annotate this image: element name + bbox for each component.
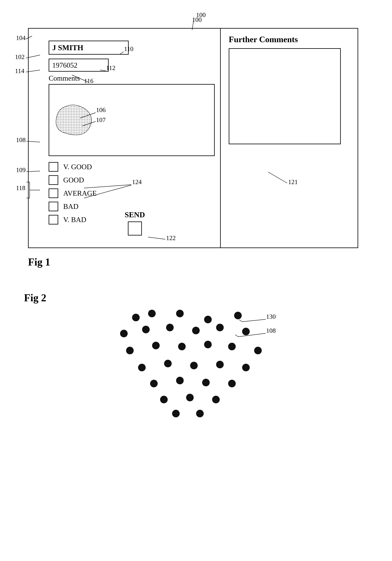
dot-8 <box>192 327 200 334</box>
label-bad: BAD <box>63 202 78 211</box>
checkbox-bad[interactable] <box>49 202 58 211</box>
dot-26 <box>160 396 168 403</box>
ref-100: 100 <box>192 16 202 23</box>
rating-row-vgood: V. GOOD <box>49 162 212 172</box>
dot-28 <box>212 396 220 403</box>
svg-line-37 <box>235 335 238 337</box>
dot-2 <box>176 310 184 317</box>
name-field[interactable]: J SMITH <box>49 41 129 55</box>
send-area: SEND <box>125 210 145 236</box>
dot-5 <box>120 330 128 337</box>
dot-0 <box>132 314 140 321</box>
dot-9 <box>216 324 224 331</box>
dot-11 <box>126 347 134 354</box>
dot-4 <box>234 312 242 319</box>
svg-text:108: 108 <box>16 136 26 143</box>
dot-3 <box>204 316 212 323</box>
dot-7 <box>166 324 174 331</box>
name-value: J SMITH <box>52 43 83 52</box>
svg-line-33 <box>242 319 266 322</box>
main-box: J SMITH 1976052 Comments <box>28 28 358 248</box>
page-container: 100 J SMITH 1976052 Comments <box>0 0 392 561</box>
right-panel: Further Comments <box>221 29 358 248</box>
further-comments-box[interactable] <box>229 48 341 144</box>
dot-6 <box>142 326 150 333</box>
dot-27 <box>186 394 194 401</box>
rating-row-good: GOOD <box>49 175 212 185</box>
svg-line-36 <box>238 333 266 337</box>
fig2-label: Fig 2 <box>24 292 380 304</box>
label-vgood: V. GOOD <box>63 163 92 171</box>
fig1-label: Fig 1 <box>28 256 358 268</box>
svg-text:114: 114 <box>15 67 24 75</box>
label-vbad: V. BAD <box>63 216 86 224</box>
send-label: SEND <box>125 210 145 219</box>
svg-text:130: 130 <box>266 313 276 320</box>
dot-14 <box>204 341 212 348</box>
dot-16 <box>254 347 262 354</box>
svg-text:102: 102 <box>15 53 25 60</box>
label-good: GOOD <box>63 176 84 184</box>
dot-21 <box>242 364 250 371</box>
fig1-wrapper: 100 J SMITH 1976052 Comments <box>28 28 358 268</box>
svg-text:104: 104 <box>16 34 26 41</box>
dot-23 <box>176 377 184 384</box>
dot-17 <box>138 364 146 371</box>
dot-1 <box>148 310 156 317</box>
further-comments-title: Further Comments <box>229 35 349 44</box>
dot-19 <box>190 362 198 369</box>
label-average: AVERAGE <box>63 189 97 197</box>
dot-10 <box>242 328 250 335</box>
dots-area: 130 108 <box>64 308 304 428</box>
id-value: 1976052 <box>52 61 77 69</box>
fingerprint-blob <box>53 101 97 139</box>
dot-24 <box>202 379 210 386</box>
checkbox-vbad[interactable] <box>49 215 58 225</box>
image-box <box>49 84 215 156</box>
dot-18 <box>164 360 172 367</box>
left-panel: J SMITH 1976052 Comments <box>29 29 221 248</box>
checkbox-vgood[interactable] <box>49 162 58 172</box>
rating-row-bad: BAD <box>49 202 212 211</box>
dot-12 <box>152 342 160 349</box>
dot-30 <box>196 410 204 417</box>
dot-22 <box>150 380 158 387</box>
svg-line-34 <box>239 320 242 322</box>
rating-row-average: AVERAGE <box>49 188 212 198</box>
fig2-annotations-svg: 130 108 <box>64 308 304 428</box>
svg-text:108: 108 <box>266 327 276 334</box>
checkbox-good[interactable] <box>49 175 58 185</box>
dot-13 <box>178 343 186 350</box>
comments-label: Comments <box>49 74 212 82</box>
svg-text:109: 109 <box>16 166 26 173</box>
dot-15 <box>228 343 236 350</box>
dot-20 <box>216 361 224 368</box>
fig2-wrapper: Fig 2 130 108 <box>24 292 380 428</box>
checkbox-average[interactable] <box>49 188 58 198</box>
send-button-box[interactable] <box>128 221 142 236</box>
id-field[interactable]: 1976052 <box>49 59 109 72</box>
dot-29 <box>172 410 180 417</box>
svg-text:118: 118 <box>16 184 25 192</box>
dot-25 <box>228 380 236 387</box>
